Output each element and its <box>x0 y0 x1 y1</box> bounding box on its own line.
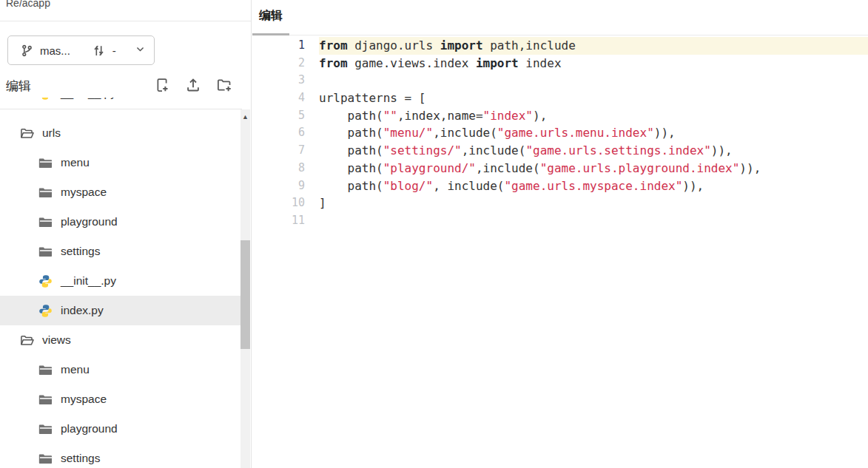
tree-list: urlsmenumyspaceplaygroundsettings__init_… <box>0 118 242 468</box>
folder-icon <box>38 422 53 436</box>
line-number: 7 <box>252 142 319 160</box>
new-folder-icon[interactable] <box>216 77 232 93</box>
tree-item-views[interactable]: views <box>0 325 242 355</box>
file-tree: __init__.py urlsmenumyspaceplaygroundset… <box>0 98 242 468</box>
tree-item-label: playground <box>61 422 118 435</box>
tree-item-menu[interactable]: menu <box>0 355 242 384</box>
scroll-up-icon[interactable]: ▲ <box>240 111 250 123</box>
code-line-10: 10] <box>252 194 868 212</box>
code-content: path("blog/", include("game.urls.myspace… <box>319 177 868 195</box>
code-content <box>319 72 868 89</box>
line-number: 1 <box>252 37 319 55</box>
python-icon <box>38 304 53 318</box>
code-line-1: 1from django.urls import path,include <box>252 37 868 55</box>
scrollbar-thumb[interactable] <box>240 240 250 349</box>
tree-item-label: views <box>42 333 71 347</box>
line-number: 9 <box>252 177 319 195</box>
web-ide: Re/acapp mas... - <box>0 0 868 468</box>
folder-icon <box>38 156 53 170</box>
breadcrumb[interactable]: Re/acapp <box>6 0 50 9</box>
sidebar-header: 编辑 <box>0 74 243 99</box>
folder-icon <box>38 363 53 377</box>
code-line-11: 11 <box>252 212 868 230</box>
tree-item-settings[interactable]: settings <box>0 444 242 468</box>
code-content: from django.urls import path,include <box>319 37 868 55</box>
code-content: urlpatterns = [ <box>319 89 868 107</box>
branch-name: mas... <box>40 44 70 57</box>
tree-item-label: index.py <box>61 304 104 317</box>
tree-item--init-py[interactable]: __init__.py <box>0 266 242 296</box>
folder-icon <box>38 215 53 229</box>
folder-open-icon <box>20 333 34 347</box>
tree-item-playground[interactable]: playground <box>0 414 242 444</box>
tree-item-label: myspace <box>61 186 107 199</box>
tree-item-label: __init__.py <box>61 274 116 288</box>
tree-item-menu[interactable]: menu <box>0 148 242 177</box>
divider <box>0 21 251 21</box>
code-line-5: 5 path("",index,name="index"), <box>252 107 868 125</box>
tree-item-label: settings <box>61 245 100 258</box>
tree-item-label: __init__.py <box>61 98 116 100</box>
code-content: from game.views.index import index <box>319 55 868 72</box>
code-line-7: 7 path("settings/",include("game.urls.se… <box>252 142 868 160</box>
git-branch-icon <box>18 42 35 58</box>
code-content: ] <box>319 194 868 212</box>
tab-edit[interactable]: 编辑 <box>259 8 283 24</box>
tree-item-index-py[interactable]: index.py <box>0 296 242 325</box>
branch-selector[interactable]: mas... - <box>7 35 155 65</box>
code-line-8: 8 path("playground/",include("game.urls.… <box>252 160 868 177</box>
folder-icon <box>38 245 53 259</box>
upload-icon[interactable] <box>185 77 201 93</box>
tree-item-label: playground <box>61 215 118 228</box>
python-icon <box>38 274 53 288</box>
code-content <box>319 212 868 230</box>
code-content: path("playground/",include("game.urls.pl… <box>319 160 868 177</box>
sidebar-scrollbar[interactable]: ▲ <box>240 109 250 468</box>
code-content: path("menu/",include("game.urls.menu.ind… <box>319 124 868 142</box>
tree-item-urls[interactable]: urls <box>0 118 242 148</box>
line-number: 10 <box>252 194 319 212</box>
tree-item-label: settings <box>61 452 100 465</box>
code-line-3: 3 <box>252 72 868 89</box>
code-content: path("settings/",include("game.urls.sett… <box>319 142 868 160</box>
code-line-6: 6 path("menu/",include("game.urls.menu.i… <box>252 124 868 142</box>
compare-value: - <box>112 44 116 57</box>
tree-item-playground[interactable]: playground <box>0 207 242 237</box>
line-number: 8 <box>252 160 319 177</box>
tree-item-label: menu <box>61 156 90 169</box>
tree-item-clipped[interactable]: __init__.py <box>0 98 242 108</box>
folder-icon <box>38 393 53 407</box>
line-number: 3 <box>252 72 319 89</box>
line-number: 2 <box>252 55 319 72</box>
code-editor[interactable]: 1from django.urls import path,include2fr… <box>252 35 868 468</box>
code-content: path("",index,name="index"), <box>319 107 868 125</box>
tree-item-label: menu <box>61 363 90 376</box>
tree-item-myspace[interactable]: myspace <box>0 384 242 414</box>
line-number: 11 <box>252 212 319 230</box>
line-number: 6 <box>252 124 319 142</box>
tree-item-label: urls <box>42 126 61 140</box>
line-number: 5 <box>252 107 319 125</box>
folder-icon <box>38 452 53 466</box>
line-number: 4 <box>252 89 319 107</box>
code-line-9: 9 path("blog/", include("game.urls.myspa… <box>252 177 868 195</box>
folder-icon <box>38 186 53 200</box>
tree-item-label: myspace <box>61 393 107 406</box>
tree-item-settings[interactable]: settings <box>0 237 242 266</box>
git-compare-icon <box>91 42 107 58</box>
sidebar: Re/acapp mas... - <box>0 0 252 468</box>
new-file-icon[interactable] <box>154 77 170 93</box>
chevron-down-icon <box>135 44 145 56</box>
editor-panel: 编辑 1from django.urls import path,include… <box>252 0 868 468</box>
code-line-4: 4urlpatterns = [ <box>252 89 868 107</box>
folder-open-icon <box>20 126 34 140</box>
tree-item-myspace[interactable]: myspace <box>0 177 242 207</box>
code-line-2: 2from game.views.index import index <box>252 55 868 72</box>
python-icon <box>38 98 53 101</box>
sidebar-header-title: 编辑 <box>6 78 31 95</box>
divider <box>0 109 242 109</box>
editor-tabbar: 编辑 <box>252 0 868 35</box>
